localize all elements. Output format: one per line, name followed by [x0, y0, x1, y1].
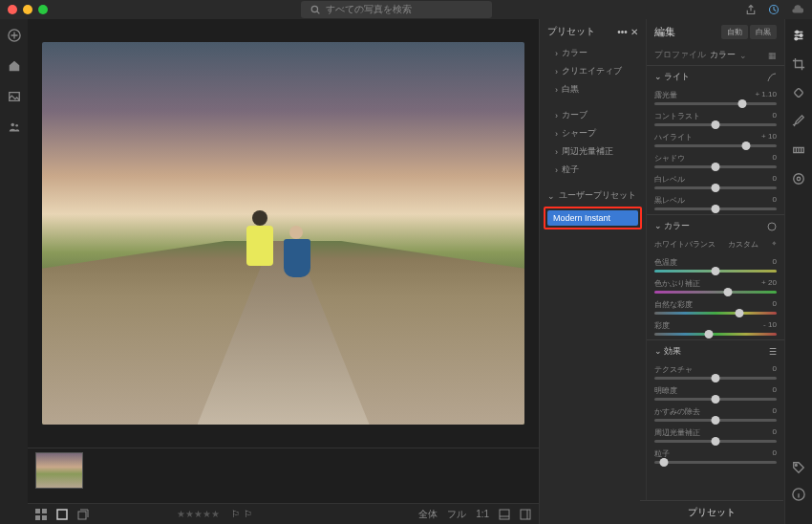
preset-group[interactable]: ›白黒: [540, 80, 645, 98]
linear-gradient-icon[interactable]: [792, 143, 805, 157]
slider-テクスチャ[interactable]: テクスチャ0: [647, 362, 784, 383]
selected-preset-highlight: Modern Instant: [544, 207, 641, 229]
color-section[interactable]: カラー: [664, 221, 690, 230]
right-toolbar: [784, 19, 812, 524]
detail-view-icon[interactable]: [56, 509, 68, 520]
grid-view-icon[interactable]: [35, 509, 47, 520]
flag-pick-icon[interactable]: ⚐: [231, 509, 240, 519]
info-icon[interactable]: [792, 488, 805, 501]
main-photo[interactable]: [42, 42, 524, 425]
preset-group[interactable]: ›カーブ: [540, 106, 645, 124]
search-input[interactable]: すべての写真を検索: [301, 1, 492, 18]
slider-コントラスト[interactable]: コントラスト0: [647, 109, 784, 130]
profile-label: プロファイル: [654, 49, 706, 61]
adjust-icon[interactable]: [792, 29, 805, 42]
chevron-right-icon: ›: [555, 67, 558, 76]
preset-group[interactable]: ›シャープ: [540, 124, 645, 142]
slider-色温度[interactable]: 色温度0: [647, 255, 784, 276]
share-icon[interactable]: [745, 4, 757, 15]
svg-rect-11: [57, 510, 67, 519]
minimize-window[interactable]: [23, 5, 32, 14]
chevron-down-icon: ⌄: [654, 346, 662, 356]
chevron-down-icon: ⌄: [739, 51, 747, 60]
chevron-right-icon: ›: [555, 49, 558, 58]
bw-button[interactable]: 白黒: [750, 25, 777, 39]
slider-黒レベル[interactable]: 黒レベル0: [647, 193, 784, 214]
search-placeholder: すべての写真を検索: [326, 3, 412, 16]
chevron-right-icon: ›: [555, 165, 558, 175]
preset-group[interactable]: ›クリエイティブ: [540, 62, 645, 80]
filmstrip-toggle-icon[interactable]: [499, 509, 510, 520]
light-section[interactable]: ライト: [664, 72, 690, 81]
cloud-icon[interactable]: [791, 4, 804, 15]
svg-point-20: [800, 34, 802, 37]
chevron-right-icon: ›: [555, 129, 558, 139]
preset-footer[interactable]: プリセット: [640, 500, 783, 524]
slider-シャドウ[interactable]: シャドウ0: [647, 151, 784, 172]
slider-自然な彩度[interactable]: 自然な彩度0: [647, 297, 784, 318]
zoom-1to1[interactable]: 1:1: [476, 509, 489, 519]
slider-粒子[interactable]: 粒子0: [647, 447, 784, 468]
svg-point-21: [795, 37, 798, 40]
search-icon: [310, 5, 320, 14]
chevron-right-icon: ›: [555, 111, 558, 120]
thumbnail[interactable]: [35, 452, 83, 489]
home-icon[interactable]: [8, 59, 21, 73]
presets-menu[interactable]: ••• ✕: [617, 27, 637, 37]
preset-group[interactable]: ›周辺光量補正: [540, 142, 645, 161]
edit-title: 編集: [654, 25, 675, 39]
preset-modern-instant[interactable]: Modern Instant: [547, 210, 637, 226]
window-controls: [8, 5, 48, 14]
auto-button[interactable]: 自動: [721, 25, 748, 39]
svg-rect-8: [42, 509, 47, 513]
filmstrip: [28, 448, 539, 503]
profile-value[interactable]: カラー: [710, 49, 736, 61]
svg-point-6: [15, 124, 18, 127]
info-toggle-icon[interactable]: [520, 509, 531, 520]
svg-point-28: [797, 177, 801, 181]
slider-露光量[interactable]: 露光量+ 1.10: [647, 88, 784, 109]
preset-group[interactable]: ›粒子: [540, 161, 645, 179]
close-window[interactable]: [8, 5, 17, 14]
maximize-window[interactable]: [38, 5, 48, 14]
svg-rect-15: [521, 510, 530, 519]
svg-point-19: [796, 31, 799, 33]
color-wheel-icon[interactable]: [767, 222, 777, 231]
profile-grid-icon[interactable]: ▦: [768, 51, 777, 60]
effects-section[interactable]: 効果: [664, 346, 681, 356]
eyedropper-icon[interactable]: ⌖: [772, 239, 777, 250]
zoom-full[interactable]: フル: [447, 508, 466, 521]
brush-icon[interactable]: [792, 115, 805, 128]
canvas-area: ★★★★★ ⚐ ⚐ 全体 フル 1:1: [28, 19, 539, 524]
user-presets-group[interactable]: ⌄ ユーザープリセット: [540, 186, 645, 205]
svg-point-29: [795, 465, 797, 467]
wb-value[interactable]: カスタム: [728, 239, 759, 250]
slider-明瞭度[interactable]: 明瞭度0: [647, 383, 784, 404]
svg-rect-13: [500, 510, 509, 519]
effects-menu-icon[interactable]: ☰: [769, 347, 777, 357]
curve-icon[interactable]: [767, 73, 777, 82]
crop-icon[interactable]: [792, 57, 805, 71]
flag-reject-icon[interactable]: ⚐: [244, 509, 252, 519]
slider-彩度[interactable]: 彩度- 10: [647, 318, 784, 339]
chevron-down-icon: ⌄: [547, 191, 555, 201]
slider-周辺光量補正[interactable]: 周辺光量補正0: [647, 426, 784, 447]
chevron-right-icon: ›: [555, 147, 558, 157]
sync-icon[interactable]: [768, 4, 780, 15]
slider-色かぶり補正[interactable]: 色かぶり補正+ 20: [647, 276, 784, 297]
photos-icon[interactable]: [8, 90, 21, 103]
stack-icon[interactable]: [77, 509, 89, 520]
star-rating[interactable]: ★★★★★: [177, 509, 220, 519]
zoom-fit[interactable]: 全体: [418, 508, 438, 521]
presets-title: プリセット: [547, 25, 595, 38]
slider-白レベル[interactable]: 白レベル0: [647, 172, 784, 193]
slider-ハイライト[interactable]: ハイライト+ 10: [647, 130, 784, 151]
slider-かすみの除去[interactable]: かすみの除去0: [647, 404, 784, 426]
add-icon[interactable]: [8, 29, 21, 42]
radial-gradient-icon[interactable]: [792, 172, 805, 186]
heal-icon[interactable]: [792, 86, 805, 99]
tag-icon[interactable]: [792, 461, 805, 474]
people-icon[interactable]: [8, 120, 21, 134]
svg-point-0: [311, 6, 317, 11]
preset-group[interactable]: ›カラー: [540, 44, 645, 62]
